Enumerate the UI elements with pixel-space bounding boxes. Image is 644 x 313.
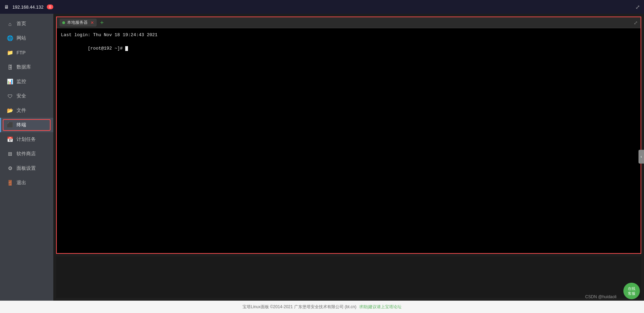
tab-label: 本地服务器: [67, 20, 88, 25]
sidebar-item-terminal[interactable]: ⬛终端: [0, 118, 53, 132]
ftp-icon: 📁: [7, 50, 13, 56]
footer-link[interactable]: 求助|建议请上宝塔论坛: [359, 304, 401, 310]
shop-icon: ⊞: [7, 151, 13, 157]
sidebar-item-shop[interactable]: ⊞软件商店: [0, 147, 53, 161]
footer-text: 宝塔Linux面板 ©2014-2021 广东堡塔安全技术有限公司 (bt.cn…: [243, 304, 356, 310]
terminal-icon: ⬛: [7, 122, 13, 128]
sidebar-item-cron[interactable]: 📅计划任务: [0, 132, 53, 147]
files-icon: 📂: [7, 107, 13, 114]
terminal-line-2: [root@192 ~]#: [61, 39, 636, 59]
sidebar-item-security[interactable]: 🛡安全: [0, 89, 53, 103]
cron-label: 计划任务: [17, 136, 36, 143]
home-label: 首页: [17, 21, 26, 27]
terminal-line-1: Last login: Thu Nov 18 19:24:43 2021: [61, 32, 636, 39]
topbar-right: ⤢: [635, 4, 640, 10]
settings-label: 面板设置: [17, 165, 36, 171]
website-icon: 🌐: [7, 35, 13, 41]
sidebar-item-ftp[interactable]: 📁FTP: [0, 45, 53, 60]
sidebar-item-logout[interactable]: 🚪退出: [0, 176, 53, 190]
terminal-screen[interactable]: Last login: Thu Nov 18 19:24:43 2021 [ro…: [57, 28, 641, 253]
sidebar: ⌂首页🌐网站📁FTP🗄数据库📊监控🛡安全📂文件⬛终端📅计划任务⊞软件商店⚙面板设…: [0, 14, 53, 301]
alert-badge: 0: [47, 4, 53, 9]
sidebar-item-settings[interactable]: ⚙面板设置: [0, 161, 53, 176]
sidebar-item-database[interactable]: 🗄数据库: [0, 60, 53, 74]
database-icon: 🗄: [7, 64, 13, 70]
terminal-label: 终端: [17, 122, 26, 128]
database-label: 数据库: [17, 64, 31, 70]
settings-icon: ⚙: [7, 165, 13, 171]
ftp-label: FTP: [17, 50, 25, 55]
logout-icon: 🚪: [7, 180, 13, 186]
tab-bar: 本地服务器 ✕ + ⤢: [57, 17, 641, 28]
files-label: 文件: [17, 107, 26, 114]
tab-close-button[interactable]: ✕: [90, 20, 94, 25]
tab-add-button[interactable]: +: [99, 20, 105, 26]
sidebar-item-monitor[interactable]: 📊监控: [0, 74, 53, 89]
csdn-watermark: CSDN @huidaoli: [585, 294, 616, 299]
right-collapse-handle[interactable]: ‹: [638, 150, 644, 164]
footer: 宝塔Linux面板 ©2014-2021 广东堡塔安全技术有限公司 (bt.cn…: [0, 301, 644, 313]
monitor-icon: 📊: [7, 79, 13, 85]
main-layout: ⌂首页🌐网站📁FTP🗄数据库📊监控🛡安全📂文件⬛终端📅计划任务⊞软件商店⚙面板设…: [0, 14, 644, 301]
security-icon: 🛡: [7, 93, 13, 99]
security-label: 安全: [17, 93, 26, 99]
terminal-tab-local[interactable]: 本地服务器 ✕: [60, 19, 97, 27]
cron-icon: 📅: [7, 136, 13, 143]
terminal-outer: 本地服务器 ✕ + ⤢ Last login: Thu Nov 18 19:24…: [56, 17, 641, 254]
tab-expand-icon[interactable]: ⤢: [634, 20, 638, 25]
terminal-cursor: [125, 46, 128, 51]
online-chat-button[interactable]: 在线客服: [623, 283, 640, 299]
website-label: 网站: [17, 35, 26, 41]
sidebar-item-home[interactable]: ⌂首页: [0, 17, 53, 31]
content-area: 本地服务器 ✕ + ⤢ Last login: Thu Nov 18 19:24…: [53, 14, 644, 301]
shop-label: 软件商店: [17, 151, 36, 157]
logout-label: 退出: [17, 180, 26, 186]
server-ip: 192.168.44.132: [12, 4, 43, 10]
expand-button[interactable]: ⤢: [635, 4, 640, 10]
sidebar-item-files[interactable]: 📂文件: [0, 103, 53, 118]
home-icon: ⌂: [7, 21, 13, 27]
monitor-label: 监控: [17, 79, 26, 85]
terminal-below-area: [56, 257, 641, 298]
topbar: 🖥 192.168.44.132 0 ⤢: [0, 0, 644, 14]
tab-status-dot: [62, 21, 65, 24]
sidebar-item-website[interactable]: 🌐网站: [0, 31, 53, 45]
monitor-icon: 🖥: [4, 4, 9, 10]
